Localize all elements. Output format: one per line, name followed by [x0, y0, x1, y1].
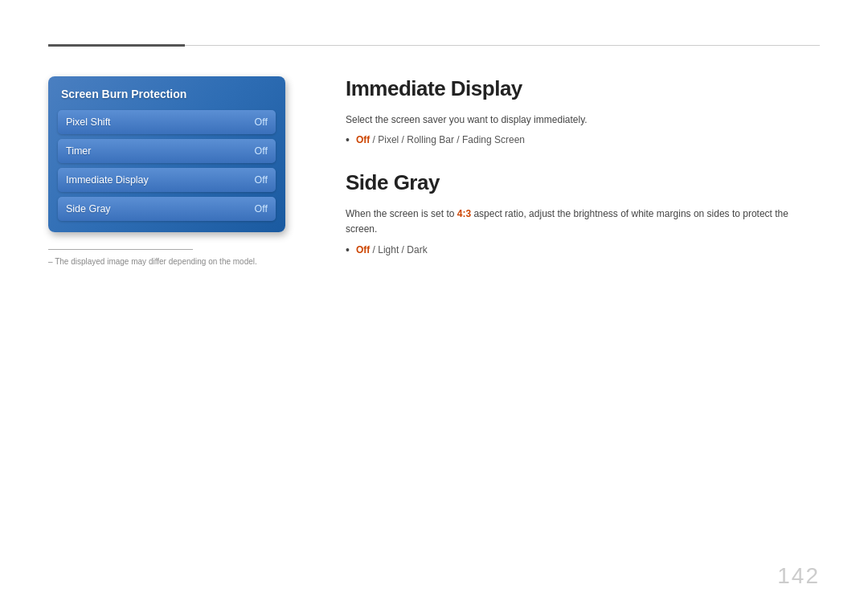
option-separator-2: /: [399, 134, 407, 145]
menu-item-timer[interactable]: Timer Off: [58, 139, 276, 163]
ratio-highlight: 4:3: [457, 208, 471, 219]
immediate-display-options: Off / Pixel / Rolling Bar / Fading Scree…: [346, 133, 820, 146]
footnote-text: – The displayed image may differ dependi…: [48, 257, 257, 266]
side-gray-option-dark: Dark: [407, 244, 427, 255]
top-line-light: [185, 45, 820, 46]
menu-item-label-pixel-shift: Pixel Shift: [66, 116, 111, 128]
page-number: 142: [777, 563, 820, 589]
side-gray-options-item: Off / Light / Dark: [346, 243, 820, 256]
side-gray-option-off: Off: [356, 244, 370, 255]
top-lines: [48, 44, 820, 47]
page-container: Screen Burn Protection Pixel Shift Off T…: [0, 0, 868, 613]
immediate-display-section: Immediate Display Select the screen save…: [346, 76, 820, 146]
menu-item-value-immediate-display: Off: [255, 174, 268, 186]
menu-item-immediate-display[interactable]: Immediate Display Off: [58, 168, 276, 192]
side-gray-description: When the screen is set to 4:3 aspect rat…: [346, 206, 820, 237]
side-gray-sep-2: /: [399, 244, 407, 255]
option-separator-3: /: [454, 134, 462, 145]
menu-item-label-timer: Timer: [66, 145, 91, 157]
immediate-display-options-item: Off / Pixel / Rolling Bar / Fading Scree…: [346, 133, 820, 146]
option-separator-1: /: [370, 134, 378, 145]
immediate-display-option-text: Off / Pixel / Rolling Bar / Fading Scree…: [356, 134, 525, 145]
menu-item-label-side-gray: Side Gray: [66, 203, 111, 215]
side-gray-title: Side Gray: [346, 170, 820, 195]
immediate-display-description: Select the screen saver you want to disp…: [346, 112, 820, 127]
option-pixel: Pixel: [378, 134, 399, 145]
top-line-dark: [48, 44, 185, 47]
option-fading-screen: Fading Screen: [462, 134, 525, 145]
option-off-highlight: Off: [356, 134, 370, 145]
menu-container: Screen Burn Protection Pixel Shift Off T…: [48, 76, 285, 232]
side-gray-section: Side Gray When the screen is set to 4:3 …: [346, 170, 820, 256]
menu-item-label-immediate-display: Immediate Display: [66, 174, 149, 186]
menu-title: Screen Burn Protection: [58, 88, 276, 100]
menu-item-value-side-gray: Off: [255, 203, 268, 215]
footnote-divider: [48, 249, 193, 250]
side-gray-option-text: Off / Light / Dark: [356, 244, 428, 255]
right-content: Immediate Display Select the screen save…: [346, 76, 820, 260]
option-rolling-bar: Rolling Bar: [407, 134, 454, 145]
menu-item-value-timer: Off: [255, 145, 268, 157]
left-panel: Screen Burn Protection Pixel Shift Off T…: [48, 76, 285, 232]
side-gray-options: Off / Light / Dark: [346, 243, 820, 256]
side-gray-sep-1: /: [370, 244, 378, 255]
menu-item-pixel-shift[interactable]: Pixel Shift Off: [58, 110, 276, 134]
side-gray-option-light: Light: [378, 244, 399, 255]
menu-item-value-pixel-shift: Off: [255, 116, 268, 128]
menu-item-side-gray[interactable]: Side Gray Off: [58, 197, 276, 221]
immediate-display-title: Immediate Display: [346, 76, 820, 101]
